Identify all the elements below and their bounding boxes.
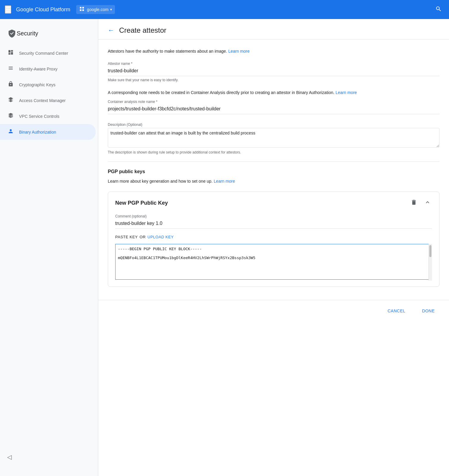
done-button[interactable]: DONE: [417, 306, 439, 316]
collapse-card-button[interactable]: [423, 198, 432, 208]
pgp-intro: Learn more about key generation and how …: [108, 178, 439, 184]
sidebar-item-identity-aware-proxy[interactable]: Identity-Aware Proxy: [0, 61, 96, 77]
pgp-card-actions: [409, 198, 432, 208]
upload-key-link[interactable]: UPLOAD KEY: [147, 235, 174, 239]
search-button[interactable]: [433, 3, 444, 16]
paste-key-text: PASTE KEY: [115, 235, 138, 239]
sidebar-item-label: Access Context Manager: [19, 98, 66, 103]
pgp-card: New PGP Public Key: [108, 192, 439, 287]
form-footer: CANCEL DONE: [98, 300, 449, 322]
layers-icon: [7, 112, 14, 120]
comment-input[interactable]: [115, 220, 432, 229]
page-title: Create attestor: [119, 26, 166, 35]
description-label: Description (Optional): [108, 123, 439, 127]
svg-rect-0: [80, 7, 81, 8]
security-shield-icon: [7, 29, 17, 38]
key-textarea-wrapper: -----BEGIN PGP PUBLIC KEY BLOCK----- mQE…: [115, 244, 432, 281]
sidebar-item-label: Identity-Aware Proxy: [19, 67, 57, 71]
delete-icon: [411, 199, 417, 206]
paste-key-or: or: [140, 235, 146, 239]
main-content: ← Create attestor Attestors have the aut…: [98, 19, 449, 476]
sidebar-item-label: VPC Service Controls: [19, 114, 59, 119]
sidebar-item-label: Cryptographic Keys: [19, 82, 55, 87]
attestor-name-field: Attestor name * Make sure that your name…: [108, 62, 439, 82]
person-badge-icon: [7, 128, 14, 136]
scrollbar: [428, 244, 432, 281]
form-area: Attestors have the authority to make sta…: [98, 40, 449, 300]
pgp-key-textarea[interactable]: -----BEGIN PGP PUBLIC KEY BLOCK----- mQE…: [115, 244, 432, 280]
sidebar-header: Security: [0, 24, 98, 45]
note-section: A corresponding note needs to be created…: [108, 89, 439, 114]
container-note-input[interactable]: [108, 105, 439, 114]
dashboard-icon: [7, 49, 14, 57]
sidebar: Security Security Command Center Identit…: [0, 19, 98, 476]
svg-rect-3: [82, 10, 84, 11]
project-selector[interactable]: google.com ▾: [76, 5, 115, 14]
main-layout: Security Security Command Center Identit…: [0, 19, 449, 476]
sidebar-item-binary-authorization[interactable]: Binary Authorization: [0, 124, 96, 140]
pgp-section-title: PGP public keys: [108, 169, 439, 174]
hamburger-button[interactable]: ☰: [5, 5, 11, 14]
app-title: Google Cloud Platform: [16, 7, 70, 13]
lock-icon: [7, 81, 14, 88]
sidebar-item-vpc-service-controls[interactable]: VPC Service Controls: [0, 108, 96, 124]
attestor-name-input[interactable]: [108, 67, 439, 76]
top-header: ☰ Google Cloud Platform google.com ▾: [0, 0, 449, 19]
svg-rect-2: [80, 10, 81, 11]
description-hint: The description is shown during rule set…: [108, 150, 439, 154]
project-name: google.com: [87, 7, 108, 12]
intro-learn-more-link[interactable]: Learn more: [228, 49, 250, 54]
search-icon: [435, 7, 442, 13]
grid-icon: [7, 65, 14, 73]
sidebar-item-label: Binary Authorization: [19, 130, 56, 134]
sidebar-nav: Security Command Center Identity-Aware P…: [0, 45, 98, 140]
paste-key-row: PASTE KEY or UPLOAD KEY: [115, 235, 432, 239]
pgp-card-header: New PGP Public Key: [115, 198, 432, 208]
description-textarea[interactable]: trusted-builder can attest that an image…: [108, 128, 439, 148]
note-text: A corresponding note needs to be created…: [108, 89, 439, 96]
scrollbar-thumb: [429, 245, 431, 257]
grid-icon: [79, 6, 85, 13]
chevron-up-icon: [424, 199, 431, 206]
cancel-button[interactable]: CANCEL: [383, 306, 410, 316]
section-divider: [108, 162, 439, 162]
intro-text: Attestors have the authority to make sta…: [108, 48, 439, 54]
chevron-down-icon: ▾: [110, 7, 112, 12]
attestor-name-hint: Make sure that your name is easy to iden…: [108, 78, 439, 82]
back-button[interactable]: ←: [108, 26, 114, 34]
note-learn-more-link[interactable]: Learn more: [336, 90, 357, 95]
sidebar-item-access-context-manager[interactable]: Access Context Manager: [0, 93, 96, 108]
diamond-icon: [7, 97, 14, 104]
comment-label: Comment (optional): [115, 214, 432, 218]
sidebar-item-cryptographic-keys[interactable]: Cryptographic Keys: [0, 77, 96, 93]
sidebar-item-label: Security Command Center: [19, 51, 68, 56]
delete-key-button[interactable]: [409, 198, 418, 208]
collapse-icon: ◁: [7, 453, 12, 461]
pgp-learn-more-link[interactable]: Learn more: [214, 179, 235, 184]
sidebar-collapse-button[interactable]: ◁: [0, 450, 19, 464]
page-header: ← Create attestor: [98, 19, 449, 40]
sidebar-item-security-command-center[interactable]: Security Command Center: [0, 45, 96, 61]
pgp-section: PGP public keys Learn more about key gen…: [108, 169, 439, 287]
svg-rect-1: [82, 7, 84, 8]
sidebar-title: Security: [17, 30, 38, 37]
container-note-label: Container analysis note name *: [108, 100, 439, 104]
description-field: Description (Optional) trusted-builder c…: [108, 123, 439, 154]
attestor-name-label: Attestor name *: [108, 62, 439, 66]
pgp-card-title: New PGP Public Key: [115, 200, 168, 206]
